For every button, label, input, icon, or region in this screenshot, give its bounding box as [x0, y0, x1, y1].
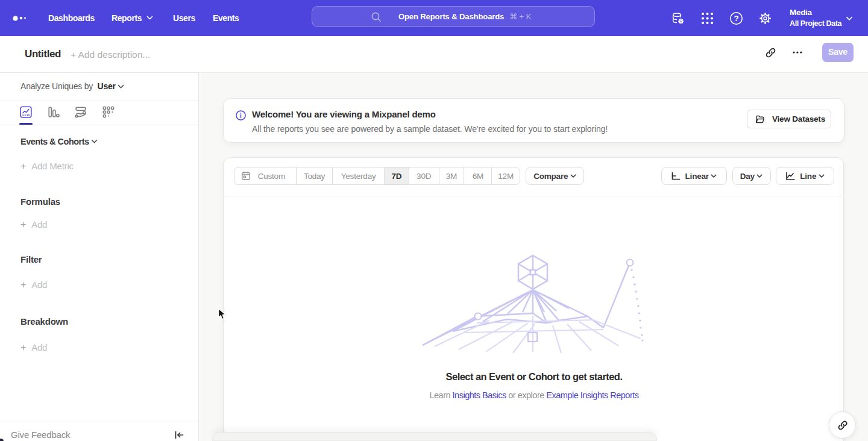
svg-text:?: ? — [734, 14, 738, 23]
